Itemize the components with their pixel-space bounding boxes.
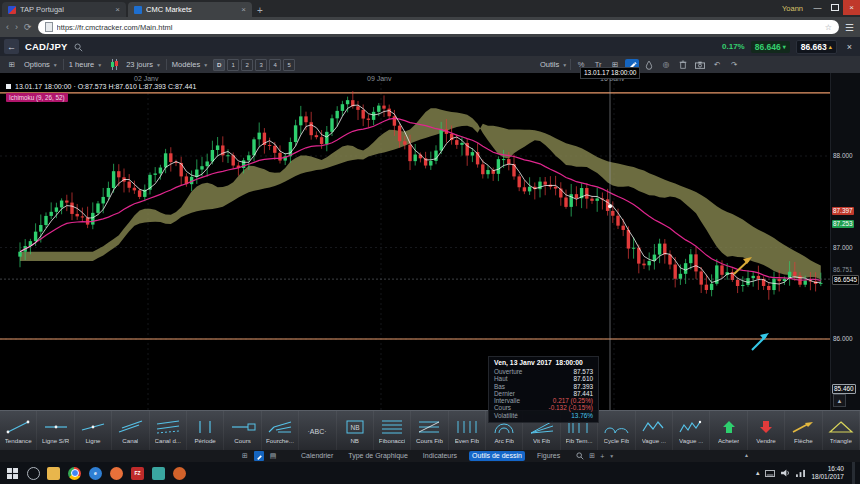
tab-close-icon[interactable]: × [115, 5, 120, 14]
tools-dropdown[interactable]: Outils▼ [540, 60, 567, 69]
page-info-icon[interactable] [45, 22, 53, 32]
panel-layout-icon[interactable]: ⊞ [589, 452, 595, 460]
chrome-icon[interactable] [68, 467, 81, 480]
edge-icon[interactable]: e [89, 467, 102, 480]
candlestick-type-icon[interactable] [107, 59, 121, 71]
collapse-panel-icon[interactable]: ▴ [745, 451, 748, 458]
forward-icon[interactable]: › [15, 23, 18, 32]
tab-figures[interactable]: Figures [534, 451, 563, 461]
layout-button-3[interactable]: 3 [255, 59, 267, 71]
range-dropdown[interactable]: 23 jours▼ [126, 60, 161, 69]
timeframe-dropdown[interactable]: 1 heure▼ [69, 60, 102, 69]
new-tab-button[interactable]: + [252, 4, 268, 17]
tool-acheter[interactable]: Acheter [710, 411, 747, 451]
browser-tab-tap-portugal[interactable]: TAP Portugal × [2, 2, 126, 17]
layout-button-1[interactable]: 1 [227, 59, 239, 71]
tool-label: Vague ... [642, 437, 666, 444]
delete-trash-icon[interactable] [676, 59, 690, 71]
network-icon[interactable] [796, 469, 805, 477]
browser-profile-name[interactable]: Yoann [776, 4, 809, 13]
tab-calendrier[interactable]: Calendrier [298, 451, 336, 461]
chart-toolbar: ⊞ Options▼ 1 heure▼ 23 jours▼ Modèles▼ D… [0, 56, 860, 74]
tool-vague[interactable]: Vague ... [673, 411, 710, 451]
models-dropdown[interactable]: Modèles▼ [172, 60, 208, 69]
tool-label: Vague ... [679, 437, 703, 444]
tool-ligne-s-r[interactable]: Ligne S/R [37, 411, 74, 451]
panel-search-icon[interactable] [576, 452, 584, 461]
back-icon[interactable]: ‹ [6, 23, 9, 32]
firefox-icon[interactable] [110, 467, 123, 480]
tool-canal[interactable]: Canal [112, 411, 149, 451]
panel-add-icon[interactable]: + [600, 453, 604, 460]
layers-icon[interactable]: ▤ [268, 451, 278, 461]
range-value: 23 jours [126, 60, 153, 69]
tool-fourche[interactable]: Fourche... [262, 411, 299, 451]
tool-tendance[interactable]: Tendance [0, 411, 37, 451]
minimize-button[interactable]: — [809, 0, 826, 15]
tool-ligne[interactable]: Ligne [75, 411, 112, 451]
cortana-icon[interactable] [26, 466, 40, 480]
tool-triangle[interactable]: Triangle [823, 411, 860, 451]
panel-caret-icon[interactable]: ▼ [609, 453, 614, 459]
maximize-button[interactable] [826, 0, 843, 15]
close-button[interactable]: × [843, 0, 860, 15]
tab-indicateurs[interactable]: Indicateurs [420, 451, 460, 461]
bookmark-star-icon[interactable]: ☆ [825, 23, 832, 32]
tool-cours-fib[interactable]: Cours Fib [411, 411, 448, 451]
tool-vague[interactable]: Vague ... [636, 411, 673, 451]
tab-outils-de-dessin[interactable]: Outils de dessin [469, 451, 525, 461]
app-back-button[interactable]: ← [4, 39, 19, 54]
chart-close-icon[interactable]: × [843, 42, 856, 52]
app-orange-icon[interactable] [173, 467, 186, 480]
layout-button-2[interactable]: 2 [241, 59, 253, 71]
crosshair-target-icon[interactable]: ◎ [659, 59, 673, 71]
app-teal-icon[interactable] [152, 467, 165, 480]
options-dropdown[interactable]: Options▼ [24, 60, 58, 69]
tool-p-riode[interactable]: Période [187, 411, 224, 451]
tool-label: Cours Fib [416, 437, 443, 444]
tool-vendre[interactable]: Vendre [748, 411, 785, 451]
reload-icon[interactable]: ⟳ [24, 23, 32, 32]
sell-price-button[interactable]: 86.646 ▾ [751, 41, 790, 53]
tool-even-fib[interactable]: Even Fib [449, 411, 486, 451]
browser-tab-cmc-markets[interactable]: CMC Markets × [128, 2, 252, 17]
layout-button-d[interactable]: D [213, 59, 225, 71]
tab-type-de-graphique[interactable]: Type de Graphique [345, 451, 411, 461]
bottom-tabs: CalendrierType de GraphiqueIndicateursOu… [298, 451, 614, 461]
url-field[interactable]: https://fr.cmctracker.com/Main.html ☆ [38, 20, 839, 34]
tool-cycle-fib[interactable]: Cycle Fib [598, 411, 635, 451]
layout-button-4[interactable]: 4 [269, 59, 281, 71]
tab-close-icon[interactable]: × [241, 5, 246, 14]
tool-fibonacci[interactable]: Fibonacci [374, 411, 411, 451]
instrument-symbol[interactable]: CAD/JPY [25, 41, 68, 52]
start-button-icon[interactable] [5, 466, 19, 480]
tool-canal-d[interactable]: Canal d... [150, 411, 187, 451]
taskbar-clock[interactable]: 16:40 18/01/2017 [811, 465, 844, 480]
drawing-mode-pencil-icon[interactable] [254, 451, 264, 461]
touch-keyboard-icon[interactable] [765, 470, 775, 477]
price-axis[interactable]: 88.00087.39787.25387.00086.75186.654586.… [830, 73, 860, 410]
panel-grid-icon[interactable]: ⊞ [240, 451, 250, 461]
tray-expand-icon[interactable]: ▴ [756, 469, 760, 477]
layout-button-5[interactable]: 5 [283, 59, 295, 71]
grid-layout-icon[interactable]: ⊞ [5, 59, 19, 71]
filezilla-icon[interactable]: FZ [131, 467, 144, 480]
buy-price-button[interactable]: 86.663 ▴ [796, 40, 837, 54]
undo-icon[interactable]: ↶ [710, 59, 724, 71]
action-center-strip[interactable] [852, 462, 855, 484]
tool-fl-che[interactable]: Flèche [785, 411, 822, 451]
chart-area[interactable]: 02 Janv09 Janv16 Janv 13.01.17 18:00:00 … [0, 73, 860, 410]
browser-menu-icon[interactable]: ☰ [845, 22, 854, 33]
tool-nb[interactable]: NBNB [337, 411, 374, 451]
volume-icon[interactable] [781, 469, 790, 477]
tool-text-abc[interactable]: ·ABC· [299, 411, 336, 451]
snapshot-camera-icon[interactable] [693, 59, 707, 71]
tool-cours[interactable]: Cours [224, 411, 261, 451]
symbol-search-icon[interactable] [74, 38, 83, 56]
candlestick-chart[interactable]: 02 Janv09 Janv16 Janv [0, 73, 830, 410]
file-explorer-icon[interactable] [47, 467, 60, 480]
redo-icon[interactable]: ↷ [727, 59, 741, 71]
scroll-up-button[interactable]: ▲ [833, 394, 846, 407]
ichimoku-indicator-chip[interactable]: Ichimoku (9, 26, 52) [6, 93, 68, 102]
color-droplet-icon[interactable] [642, 59, 656, 71]
